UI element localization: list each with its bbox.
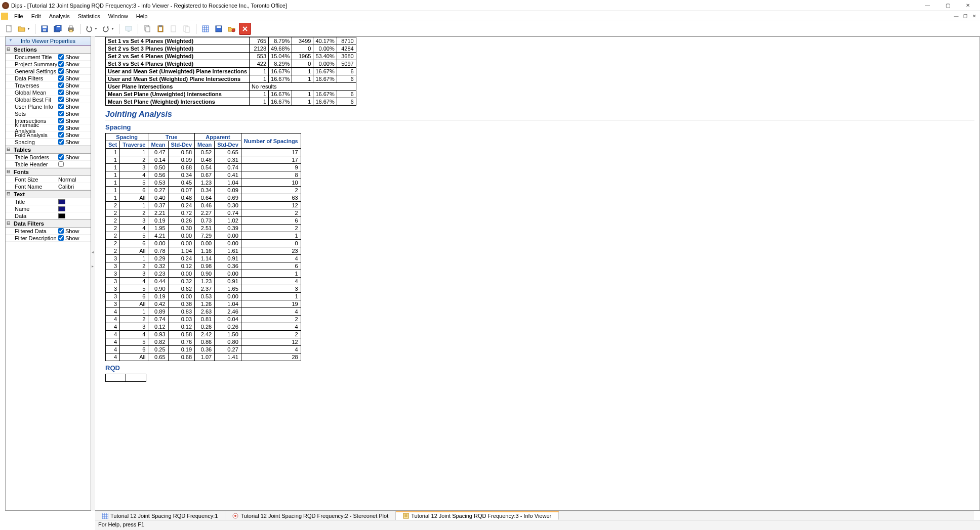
prop-section-traverses: TraversesShow [6,82,91,89]
table-row: 330.230.000.900.001 [106,270,301,278]
svg-rect-16 [159,27,162,31]
checkbox-user-plane-info[interactable] [58,104,64,109]
redo-button[interactable] [100,23,116,35]
menu-edit[interactable]: Edit [27,12,45,20]
save-view-button[interactable] [213,23,225,35]
undo-button[interactable] [84,23,99,35]
copy-button[interactable] [141,23,153,35]
menu-bar: File Edit Analysis Statistics Window Hel… [0,11,980,21]
save-all-button[interactable] [52,23,64,35]
spacing-table: Spacing True Apparent Number of Spacings… [105,133,301,361]
checkbox-data-filters[interactable] [58,75,64,81]
close-button[interactable]: ✕ [958,0,978,11]
section-text[interactable]: Text [6,190,91,198]
table-row: 450.820.760.860.8012 [106,338,301,346]
svg-rect-3 [43,29,46,31]
prop-section-global-best-fit: Global Best FitShow [6,96,91,103]
checkbox-filtered-data[interactable] [58,228,64,234]
table-row: Set 2 vs Set 3 Planes (Weighted)212849.6… [106,45,356,53]
info-icon [403,513,409,519]
menu-statistics[interactable]: Statistics [74,12,104,20]
window-title: Dips - [Tutorial 12 Joint Spacing RQD Fr… [11,3,917,9]
section-tables[interactable]: Tables [6,146,91,154]
sidebar-title: Info Viewer Properties [6,37,91,46]
checkbox-kinematic-analysis[interactable] [58,125,64,130]
table-row: 254.210.007.290.001 [106,232,301,240]
toolbar [0,21,980,36]
svg-rect-11 [128,31,130,32]
paste-button[interactable] [154,23,167,35]
checkbox-global-mean[interactable] [58,90,64,95]
mdi-restore-button[interactable]: ❐ [961,13,970,20]
prop-text-data: Data [6,212,91,219]
table-row: Set 1 vs Set 4 Planes (Weighted)7658.79%… [106,37,356,45]
checkbox-general-settings[interactable] [58,68,64,74]
monitor-button[interactable] [123,23,135,35]
table-row: 440.930.582.421.502 [106,331,301,338]
mdi-minimize-button[interactable]: — [952,13,961,20]
table-row: 350.900.622.371.653 [106,285,301,293]
doc2-button[interactable] [181,23,193,35]
section-sections[interactable]: Sections [6,46,91,54]
menu-help[interactable]: Help [132,12,152,20]
section-fonts[interactable]: Fonts [6,168,91,176]
table-row: User and Mean Set (Unweighted) Plane Int… [106,68,356,75]
prop-section-fold-analysis: Fold AnalysisShow [6,131,91,139]
intersections-table: Set 1 vs Set 4 Planes (Weighted)7658.79%… [105,37,356,106]
minimize-button[interactable]: — [917,0,937,11]
checkbox-table-borders[interactable] [58,154,64,160]
menu-window[interactable]: Window [104,12,132,20]
prop-section-project-summary: Project SummaryShow [6,61,91,68]
svg-rect-17 [171,26,176,32]
menu-analysis[interactable]: Analysis [45,12,74,20]
checkbox-fold-analysis[interactable] [58,132,64,138]
document-tabs: Tutorial 12 Joint Spacing RQD Frequency:… [95,511,974,520]
rqd-heading: RQD [105,364,974,372]
close-view-button[interactable] [239,23,251,35]
color-swatch-data[interactable] [58,213,65,218]
svg-rect-20 [202,26,209,32]
prop-filter-desc: Filter DescriptionShow [6,235,91,242]
spacing-heading: Spacing [105,123,974,131]
tab-3[interactable]: Tutorial 12 Joint Spacing RQD Frequency:… [396,511,559,520]
folder-tool-button[interactable] [226,23,238,35]
doc1-button[interactable] [168,23,180,35]
checkbox-document-title[interactable] [58,54,64,60]
checkbox-project-summary[interactable] [58,61,64,67]
new-button[interactable] [3,23,15,35]
checkbox-sets[interactable] [58,111,64,116]
save-button[interactable] [38,23,51,35]
mdi-close-button[interactable]: ✕ [970,13,979,20]
table-row: 420.740.030.810.042 [106,316,301,323]
open-button[interactable] [16,23,32,35]
content-area: Set 1 vs Set 4 Planes (Weighted)7658.79%… [95,36,980,511]
table-row: 360.190.000.530.001 [106,293,301,300]
svg-rect-9 [69,30,72,32]
menu-file[interactable]: File [10,12,27,20]
checkbox-intersections[interactable] [58,118,64,123]
svg-rect-13 [146,27,150,32]
table-row: User and Mean Set (Weighted) Plane Inter… [106,75,356,83]
grid-icon [102,513,108,519]
checkbox-traverses[interactable] [58,82,64,88]
checkbox-spacing[interactable] [58,139,64,145]
section-datafilters[interactable]: Data Filters [6,219,91,228]
tab-1[interactable]: Tutorial 12 Joint Spacing RQD Frequency:… [95,511,225,520]
color-swatch-name[interactable] [58,206,65,211]
grid-button[interactable] [199,23,212,35]
checkbox-table-header[interactable] [58,161,64,167]
tab-2[interactable]: Tutorial 12 Joint Spacing RQD Frequency:… [225,511,396,520]
table-row: 110.470.580.520.6517 [106,149,301,156]
app-icon [2,2,9,9]
maximize-button[interactable]: ▢ [937,0,958,11]
table-row: 241.950.302.510.392 [106,225,301,232]
splitter[interactable] [91,36,95,511]
svg-rect-19 [185,27,189,32]
checkbox-filter-desc[interactable] [58,235,64,241]
table-row: 150.530.451.231.0410 [106,179,301,187]
stereonet-icon [232,513,238,519]
print-button[interactable] [65,23,77,35]
checkbox-global-best-fit[interactable] [58,97,64,102]
color-swatch-title[interactable] [58,199,65,204]
prop-font-name: Font NameCalibri [6,183,91,190]
